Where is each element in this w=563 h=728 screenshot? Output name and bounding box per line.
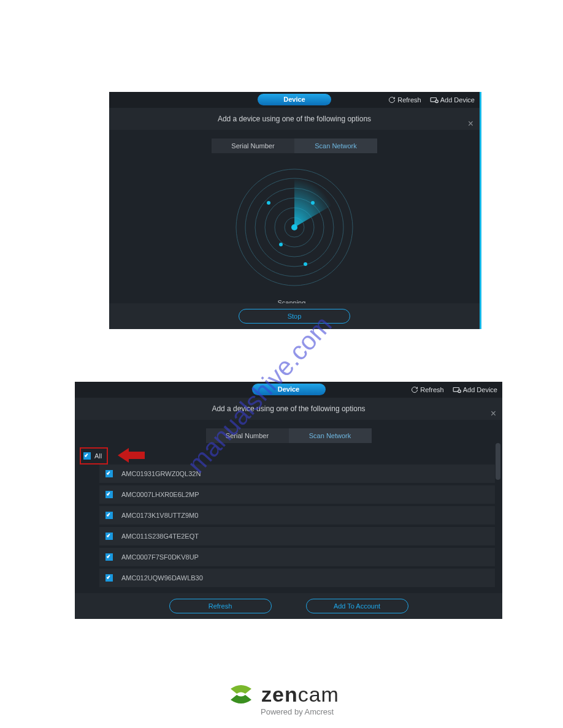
footer: Stop (109, 303, 480, 329)
device-serial: AMC0173K1V8UTTZ9M0 (121, 512, 198, 519)
svg-point-10 (311, 201, 315, 205)
top-bar: Device Refresh Add Device (109, 92, 480, 108)
close-icon[interactable]: × (468, 113, 473, 135)
add-device-label: Add Device (440, 96, 475, 104)
footer: Refresh Add To Account (75, 593, 502, 619)
top-bar: Device Refresh Add Device (75, 382, 502, 398)
scrollbar[interactable] (496, 443, 500, 480)
refresh-list-button[interactable]: Refresh (169, 599, 272, 613)
list-item[interactable]: AMC011S238G4TE2EQT (99, 527, 495, 545)
add-device-button[interactable]: Add Device (453, 386, 497, 393)
checkbox-icon[interactable] (105, 470, 113, 477)
select-all-row[interactable]: All (80, 447, 108, 464)
refresh-button[interactable]: Refresh (388, 96, 421, 104)
device-list: AMC01931GRWZ0QL32N AMC0007LHXR0E6L2MP AM… (99, 464, 495, 590)
device-serial: AMC012UQW96DAWLB30 (121, 574, 203, 582)
checkbox-icon[interactable] (105, 574, 113, 582)
dialog-title: Add a device using one of the following … (212, 404, 365, 413)
logo-icon (227, 680, 255, 708)
add-device-button[interactable]: Add Device (430, 96, 475, 104)
tab-serial-number[interactable]: Serial Number (212, 138, 294, 153)
list-item[interactable]: AMC012UQW96DAWLB30 (99, 569, 495, 587)
tab-bar: Serial Number Scan Network (109, 138, 480, 153)
refresh-label: Refresh (397, 96, 421, 104)
tab-serial-number[interactable]: Serial Number (206, 428, 289, 443)
device-serial: AMC01931GRWZ0QL32N (121, 470, 201, 477)
device-pill[interactable]: Device (252, 384, 326, 395)
checkbox-icon[interactable] (105, 553, 113, 561)
svg-point-8 (291, 224, 297, 230)
close-icon[interactable]: × (491, 403, 496, 425)
stop-button[interactable]: Stop (239, 309, 350, 324)
add-to-account-button[interactable]: Add To Account (306, 599, 408, 613)
callout-arrow-icon (118, 446, 145, 464)
add-device-list-panel: Device Refresh Add Device Add a device u… (75, 382, 502, 619)
tab-scan-network[interactable]: Scan Network (289, 428, 372, 443)
svg-point-12 (304, 262, 307, 266)
device-serial: AMC0007F7SF0DKV8UP (121, 553, 199, 561)
svg-point-9 (267, 201, 270, 205)
checkbox-icon[interactable] (105, 512, 113, 519)
tab-scan-network[interactable]: Scan Network (294, 138, 377, 153)
list-item[interactable]: AMC0007LHXR0E6L2MP (99, 485, 495, 504)
brand-logo: zencam Powered by Amcrest (227, 680, 393, 716)
list-item[interactable]: AMC01931GRWZ0QL32N (99, 464, 495, 483)
dialog-header: Add a device using one of the following … (75, 398, 502, 420)
device-pill[interactable]: Device (258, 94, 331, 105)
list-item[interactable]: AMC0007F7SF0DKV8UP (99, 548, 495, 566)
checkbox-icon[interactable] (83, 452, 91, 460)
logo-tagline: Powered by Amcrest (261, 707, 393, 716)
add-device-scanning-panel: Device Refresh Add Device Add a device u… (109, 92, 481, 329)
device-serial: AMC011S238G4TE2EQT (121, 533, 199, 540)
radar-icon (233, 166, 356, 289)
refresh-button[interactable]: Refresh (411, 386, 444, 393)
add-device-label: Add Device (463, 386, 497, 393)
tab-bar: Serial Number Scan Network (75, 428, 502, 443)
dialog-header: Add a device using one of the following … (109, 108, 480, 130)
checkbox-icon[interactable] (105, 533, 113, 540)
svg-point-11 (279, 243, 283, 246)
svg-marker-15 (118, 448, 145, 463)
device-serial: AMC0007LHXR0E6L2MP (121, 491, 199, 498)
dialog-title: Add a device using one of the following … (218, 115, 371, 123)
list-item[interactable]: AMC0173K1V8UTTZ9M0 (99, 506, 495, 525)
logo-wordmark: zencam (261, 683, 339, 707)
radar-area (109, 157, 480, 298)
select-all-label: All (94, 452, 102, 460)
refresh-label: Refresh (420, 386, 444, 393)
checkbox-icon[interactable] (105, 491, 113, 498)
